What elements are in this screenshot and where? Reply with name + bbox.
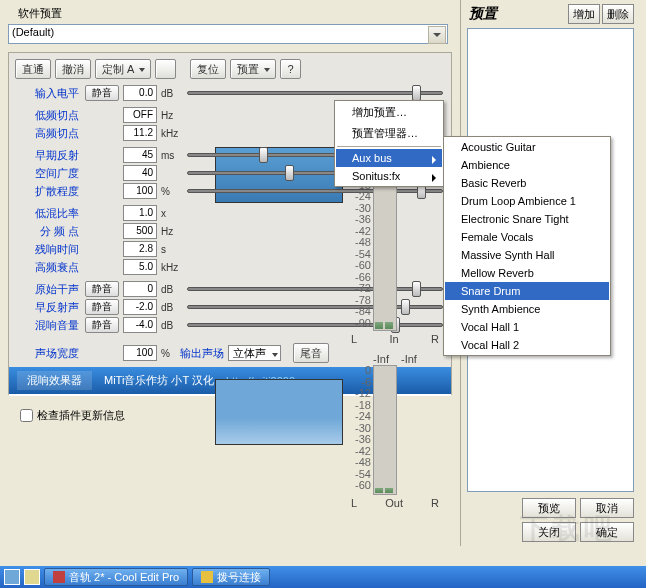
highcut-value[interactable]: 11.2: [123, 125, 157, 141]
reset-button[interactable]: 复位: [190, 59, 226, 79]
plugin-name: 混响效果器: [17, 371, 92, 390]
reverb-label: 混响音量: [15, 318, 81, 333]
crossover-label: 分 频 点: [15, 224, 81, 239]
stereo-select[interactable]: 立体声: [228, 345, 281, 361]
lowratio-value[interactable]: 1.0: [123, 205, 157, 221]
preset-panel-title: 预置: [469, 5, 566, 23]
early-label: 早期反射: [15, 148, 81, 163]
ok-button[interactable]: 确定: [580, 522, 634, 542]
help-button[interactable]: ?: [280, 59, 300, 79]
menu-add-preset[interactable]: 增加预置…: [336, 102, 442, 123]
input-level-slider[interactable]: [187, 91, 443, 95]
preset-dropdown-button[interactable]: 预置: [230, 59, 276, 79]
menu-separator: [337, 146, 441, 147]
field-label: 声场宽度: [15, 346, 81, 361]
diffuse-unit: %: [161, 186, 181, 197]
meter-inf-r: -Inf: [401, 353, 417, 365]
check-updates-checkbox[interactable]: [20, 409, 33, 422]
bypass-button[interactable]: 直通: [15, 59, 51, 79]
submenu-item[interactable]: Ambience: [445, 156, 609, 174]
er-mute-button[interactable]: 静音: [85, 299, 119, 315]
field-unit: %: [161, 348, 170, 359]
input-level-unit: dB: [161, 88, 181, 99]
hfdamp-unit: kHz: [161, 262, 181, 273]
plugin-credit: MiTi音乐作坊 小T 汉化: [104, 373, 214, 388]
decay-unit: s: [161, 244, 181, 255]
menu-preset-manager[interactable]: 预置管理器…: [336, 123, 442, 144]
undo-button[interactable]: 撤消: [55, 59, 91, 79]
aux-bus-submenu: Acoustic Guitar Ambience Basic Reverb Dr…: [443, 136, 611, 356]
submenu-item[interactable]: Vocal Hall 2: [445, 336, 609, 354]
menu-sonitus-fx[interactable]: Sonitus:fx: [336, 167, 442, 185]
reverb-mute-button[interactable]: 静音: [85, 317, 119, 333]
hfdamp-label: 高频衰点: [15, 260, 81, 275]
meter-out-label: Out: [385, 497, 403, 509]
submenu-item[interactable]: Electronic Snare Tight: [445, 210, 609, 228]
meter-in-r: R: [431, 333, 439, 345]
dry-mute-button[interactable]: 静音: [85, 281, 119, 297]
highcut-unit: kHz: [161, 128, 181, 139]
dry-label: 原始干声: [15, 282, 81, 297]
lowcut-unit: Hz: [161, 110, 181, 121]
diffuse-value[interactable]: 100: [123, 183, 157, 199]
submenu-item[interactable]: Drum Loop Ambience 1: [445, 192, 609, 210]
menu-aux-bus[interactable]: Aux bus: [336, 149, 442, 167]
submenu-item[interactable]: Mellow Reverb: [445, 264, 609, 282]
submenu-item[interactable]: Synth Ambience: [445, 300, 609, 318]
software-preset-label: 软件预置: [18, 6, 62, 21]
custom-next-button[interactable]: [155, 59, 176, 79]
reverb-value[interactable]: -4.0: [123, 317, 157, 333]
output-field-label: 输出声场: [180, 346, 224, 361]
check-updates-label: 检查插件更新信息: [37, 408, 125, 423]
meter-area: 0-6-12-18-24-30-36-42-48-54-60-66-72-78-…: [351, 145, 439, 545]
er-label: 早反射声: [15, 300, 81, 315]
lowratio-unit: x: [161, 208, 181, 219]
close-button[interactable]: 关闭: [522, 522, 576, 542]
taskbar-app-button[interactable]: 音轨 2* - Cool Edit Pro: [44, 568, 188, 586]
meter-in-label: In: [389, 333, 398, 345]
lowcut-value[interactable]: OFF: [123, 107, 157, 123]
highcut-label: 高频切点: [15, 126, 81, 141]
field-value[interactable]: 100: [123, 345, 157, 361]
meter-scale-out: 0-6-12-18-24-30-36-42-48-54-60: [351, 365, 371, 492]
decay-value[interactable]: 2.8: [123, 241, 157, 257]
submenu-item[interactable]: Basic Reverb: [445, 174, 609, 192]
preview-button[interactable]: 预览: [522, 498, 576, 518]
crossover-value[interactable]: 500: [123, 223, 157, 239]
width-label: 空间广度: [15, 166, 81, 181]
taskbar: 音轨 2* - Cool Edit Pro 拨号连接: [0, 566, 646, 588]
quick-launch-icon[interactable]: [24, 569, 40, 585]
preset-select[interactable]: (Default): [8, 24, 448, 44]
taskbar-dial-button[interactable]: 拨号连接: [192, 568, 270, 586]
early-unit: ms: [161, 150, 181, 161]
cancel-button[interactable]: 取消: [580, 498, 634, 518]
crossover-unit: Hz: [161, 226, 181, 237]
diffuse-label: 扩散程度: [15, 184, 81, 199]
preset-context-menu: 增加预置… 预置管理器… Aux bus Sonitus:fx: [334, 100, 444, 187]
submenu-item-snare-drum[interactable]: Snare Drum: [445, 282, 609, 300]
meter-out-r: R: [431, 497, 439, 509]
input-level-label: 输入电平: [15, 86, 81, 101]
delete-preset-button[interactable]: 删除: [602, 4, 634, 24]
submenu-item[interactable]: Vocal Hall 1: [445, 318, 609, 336]
dry-value[interactable]: 0: [123, 281, 157, 297]
submenu-item[interactable]: Acoustic Guitar: [445, 138, 609, 156]
lowratio-label: 低混比率: [15, 206, 81, 221]
hfdamp-value[interactable]: 5.0: [123, 259, 157, 275]
decay-label: 残响时间: [15, 242, 81, 257]
width-value[interactable]: 40: [123, 165, 157, 181]
er-value[interactable]: -2.0: [123, 299, 157, 315]
input-level-value[interactable]: 0.0: [123, 85, 157, 101]
start-icon[interactable]: [4, 569, 20, 585]
submenu-item[interactable]: Female Vocals: [445, 228, 609, 246]
output-meter: [373, 365, 397, 495]
custom-button[interactable]: 定制 A: [95, 59, 151, 79]
input-mute-button[interactable]: 静音: [85, 85, 119, 101]
tail-button[interactable]: 尾音: [293, 343, 329, 363]
meter-in-l: L: [351, 333, 357, 345]
meter-inf-l: -Inf: [373, 353, 389, 365]
add-preset-button[interactable]: 增加: [568, 4, 600, 24]
er-unit: dB: [161, 302, 181, 313]
early-value[interactable]: 45: [123, 147, 157, 163]
submenu-item[interactable]: Massive Synth Hall: [445, 246, 609, 264]
